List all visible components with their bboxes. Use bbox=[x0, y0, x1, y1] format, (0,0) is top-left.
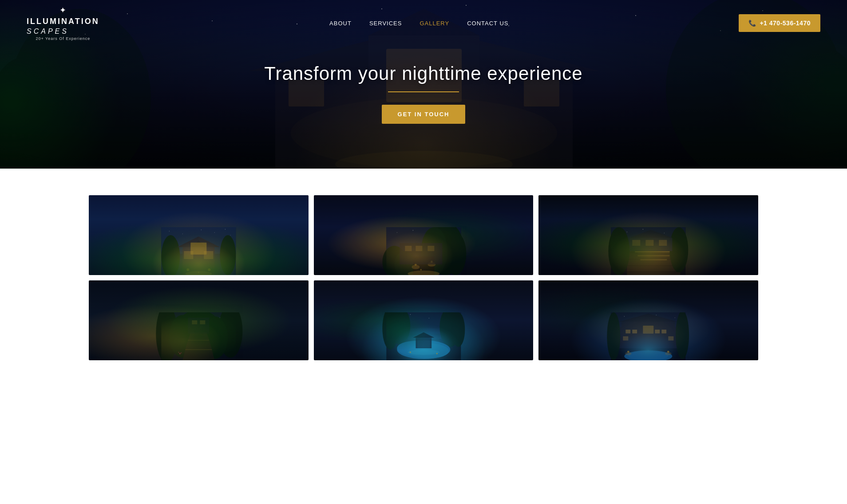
nav-contact[interactable]: CONTACT US bbox=[467, 20, 508, 27]
gallery-img-4-svg bbox=[89, 312, 309, 360]
gallery-img-5-svg bbox=[314, 312, 534, 360]
hero-title: Transform your nighttime experience bbox=[264, 63, 582, 84]
nav-about[interactable]: ABOUT bbox=[329, 20, 352, 27]
logo-icon: ✦ bbox=[59, 5, 66, 15]
gallery-item-1[interactable] bbox=[89, 195, 309, 275]
svg-rect-37 bbox=[161, 227, 236, 275]
gallery-img-2-svg bbox=[314, 227, 534, 275]
get-in-touch-button[interactable]: GET IN TOUCH bbox=[382, 105, 466, 124]
gallery-img-3-svg bbox=[538, 227, 758, 275]
logo-text: ILLUMINATION Scapes bbox=[27, 16, 99, 35]
phone-number: +1 470-536-1470 bbox=[760, 20, 811, 27]
svg-rect-111 bbox=[161, 312, 236, 360]
phone-icon: 📞 bbox=[748, 20, 756, 27]
gallery-img-6-svg bbox=[538, 312, 758, 360]
gallery-item-4[interactable] bbox=[89, 280, 309, 360]
gallery-item-5[interactable] bbox=[314, 280, 534, 360]
logo[interactable]: ✦ ILLUMINATION Scapes 20+ Years Of Exper… bbox=[27, 5, 99, 41]
gallery-item-6[interactable] bbox=[538, 280, 758, 360]
main-nav: ABOUT SERVICES GALLERY CONTACT US bbox=[329, 20, 508, 27]
site-header: ✦ ILLUMINATION Scapes 20+ Years Of Exper… bbox=[0, 0, 847, 46]
phone-button[interactable]: 📞 +1 470-536-1470 bbox=[739, 14, 820, 32]
svg-rect-60 bbox=[386, 227, 461, 275]
logo-tagline: 20+ Years Of Experience bbox=[36, 36, 90, 41]
nav-services[interactable]: SERVICES bbox=[369, 20, 402, 27]
svg-rect-135 bbox=[386, 312, 461, 360]
nav-gallery[interactable]: GALLERY bbox=[420, 20, 449, 27]
gallery-section bbox=[0, 169, 847, 378]
gallery-img-1-svg bbox=[89, 227, 309, 275]
hero-divider bbox=[388, 91, 459, 92]
svg-rect-87 bbox=[611, 227, 686, 275]
svg-rect-162 bbox=[611, 312, 686, 360]
gallery-item-3[interactable] bbox=[538, 195, 758, 275]
gallery-item-2[interactable] bbox=[314, 195, 534, 275]
gallery-grid bbox=[89, 195, 758, 360]
